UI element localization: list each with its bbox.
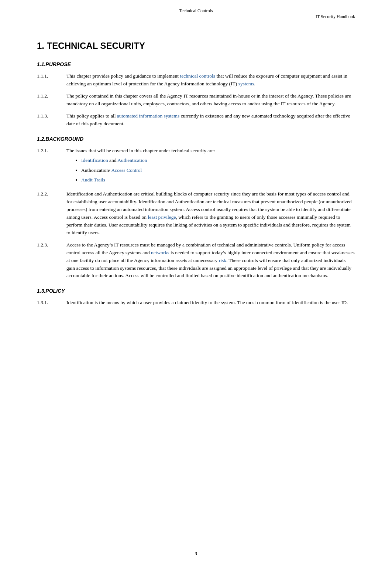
section-1-3-heading: 1.3.POLICY: [37, 288, 355, 294]
page-header-right: IT Security Handbook: [316, 14, 355, 20]
item-text-1-2-2: Identification and Authentication are cr…: [66, 190, 355, 237]
item-num-1-1-1: 1.1.1.: [37, 72, 66, 88]
item-1-1-3: 1.1.3. This policy applies to all automa…: [37, 112, 355, 128]
item-1-2-3: 1.2.3. Access to the Agency’s IT resourc…: [37, 241, 355, 280]
main-title: 1. TECHNICAL SECURITY: [37, 41, 355, 51]
section-1-2-heading: 1.2.BACKGROUND: [37, 136, 355, 142]
page: Technical Controls IT Security Handbook …: [0, 0, 392, 575]
item-text-1-1-1: This chapter provides policy and guidanc…: [66, 72, 355, 88]
item-text-1-2-1: The issues that will be covered in this …: [66, 147, 355, 186]
link-technical-controls[interactable]: technical controls: [180, 73, 215, 79]
item-1-1-2: 1.1.2. The policy contained in this chap…: [37, 92, 355, 108]
link-least-privilege[interactable]: least privilege: [148, 214, 176, 220]
header-right-text: IT Security Handbook: [316, 14, 355, 19]
item-num-1-2-1: 1.2.1.: [37, 147, 66, 186]
link-access-control[interactable]: Access Control: [111, 167, 142, 173]
item-1-1-1: 1.1.1. This chapter provides policy and …: [37, 72, 355, 88]
item-num-1-2-3: 1.2.3.: [37, 241, 66, 280]
link-systems-1[interactable]: systems: [238, 81, 254, 86]
bullet-authorization-access-control: Authorization/ Access Control: [81, 167, 355, 174]
item-num-1-3-1: 1.3.1.: [37, 299, 66, 307]
link-risk[interactable]: risk: [219, 258, 226, 263]
item-num-1-1-2: 1.1.2.: [37, 92, 66, 108]
item-text-1-3-1: Identification is the means by which a u…: [66, 299, 355, 307]
section-1-3: 1.3.POLICY 1.3.1. Identification is the …: [37, 288, 355, 307]
bullet-identification-authentication: Identification and Authentication: [81, 157, 355, 164]
section-1-1: 1.1.PURPOSE 1.1.1. This chapter provides…: [37, 61, 355, 128]
item-text-1-1-3: This policy applies to all automated inf…: [66, 112, 355, 128]
item-1-3-1: 1.3.1. Identification is the means by wh…: [37, 299, 355, 307]
header-center-text: Technical Controls: [179, 8, 213, 13]
item-num-1-2-2: 1.2.2.: [37, 190, 66, 237]
bullet-audit-trails: Audit Trails: [81, 176, 355, 184]
item-1-2-2: 1.2.2. Identification and Authentication…: [37, 190, 355, 237]
page-header-center: Technical Controls: [0, 8, 392, 14]
section-1-1-heading: 1.1.PURPOSE: [37, 61, 355, 67]
main-content: 1. TECHNICAL SECURITY 1.1.PURPOSE 1.1.1.…: [37, 41, 355, 307]
page-number: 3: [0, 551, 392, 557]
item-1-2-1: 1.2.1. The issues that will be covered i…: [37, 147, 355, 186]
link-authentication[interactable]: Authentication: [117, 157, 147, 163]
section-1-2: 1.2.BACKGROUND 1.2.1. The issues that wi…: [37, 136, 355, 280]
item-text-1-2-3: Access to the Agency’s IT resources must…: [66, 241, 355, 280]
link-identification[interactable]: Identification: [81, 157, 108, 163]
link-automated-information-systems[interactable]: automated information systems: [117, 113, 179, 119]
item-num-1-1-3: 1.1.3.: [37, 112, 66, 128]
item-text-1-1-2: The policy contained in this chapter cov…: [66, 92, 355, 108]
link-audit-trails[interactable]: Audit Trails: [81, 177, 105, 183]
link-networks[interactable]: networks: [151, 250, 169, 255]
bullet-list-1-2-1: Identification and Authentication Author…: [81, 157, 355, 184]
